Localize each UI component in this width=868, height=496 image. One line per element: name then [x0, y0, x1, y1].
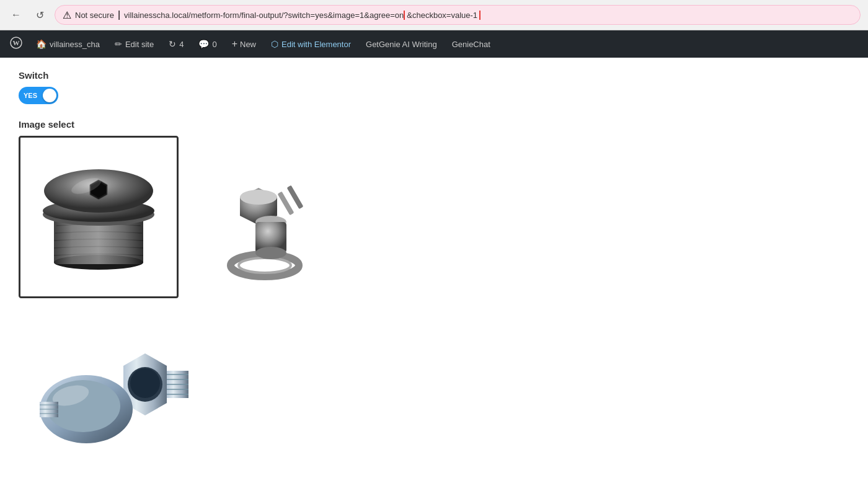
getgenie-label: GetGenie AI Writing: [366, 40, 437, 49]
url-highlight: &checkbox=value-1: [404, 11, 480, 20]
separator: |: [118, 9, 120, 20]
wp-logo[interactable]: W: [5, 33, 27, 56]
geniechat-item[interactable]: GenieChat: [446, 36, 497, 53]
not-secure-text: Not secure: [75, 11, 114, 20]
toggle-container: YES: [19, 87, 539, 104]
getgenie-item[interactable]: GetGenie AI Writing: [360, 36, 443, 53]
new-label: New: [240, 40, 256, 49]
toggle-switch[interactable]: YES: [19, 87, 58, 104]
svg-point-11: [239, 258, 291, 273]
url-base: villainesscha.local/metform-form/final-o…: [124, 11, 404, 20]
page-content: Switch YES Image select: [0, 58, 558, 496]
reload-button[interactable]: ↺: [31, 6, 48, 24]
updates-count: 4: [179, 40, 184, 49]
plus-icon: +: [232, 38, 237, 50]
image-option-3[interactable]: [19, 317, 197, 485]
image-option-1[interactable]: [19, 136, 179, 298]
image-select-container: [19, 136, 539, 485]
warning-icon: ⚠: [63, 9, 71, 21]
comments-icon: 💬: [198, 39, 209, 49]
elementor-icon: ⬡: [271, 39, 278, 49]
svg-point-18: [255, 247, 286, 259]
browser-toolbar: ← ↺ ⚠ Not secure | villainesscha.local/m…: [0, 0, 868, 30]
site-name-item[interactable]: 🏠 villainess_cha: [30, 35, 106, 53]
back-button[interactable]: ←: [7, 6, 25, 24]
switch-label: Switch: [19, 70, 539, 81]
site-name-label: villainess_cha: [50, 40, 100, 49]
new-item[interactable]: + New: [226, 35, 262, 53]
toggle-knob: [43, 89, 56, 102]
site-icon: 🏠: [36, 39, 46, 49]
comments-item[interactable]: 💬 0: [192, 35, 223, 53]
image-select-section: Image select: [19, 119, 539, 485]
comments-count: 0: [212, 40, 216, 49]
updates-item[interactable]: ↻ 4: [162, 35, 190, 53]
svg-point-15: [240, 190, 277, 205]
toggle-yes-label: YES: [24, 92, 37, 99]
geniechat-label: GenieChat: [452, 40, 490, 49]
svg-text:W: W: [13, 39, 20, 46]
edit-site-label: Edit site: [125, 40, 154, 49]
edit-elementor-item[interactable]: ⬡ Edit with Elementor: [265, 35, 357, 53]
edit-site-item[interactable]: ✏ Edit site: [108, 35, 160, 53]
edit-elementor-label: Edit with Elementor: [281, 40, 351, 49]
image-select-label: Image select: [19, 119, 539, 130]
edit-site-icon: ✏: [115, 39, 122, 49]
url-text: villainesscha.local/metform-form/final-o…: [124, 11, 852, 20]
address-bar[interactable]: ⚠ Not secure | villainesscha.local/metfo…: [55, 5, 861, 25]
switch-section: Switch YES: [19, 70, 539, 104]
browser-chrome: ← ↺ ⚠ Not secure | villainesscha.local/m…: [0, 0, 868, 30]
updates-icon: ↻: [169, 39, 176, 49]
image-option-2[interactable]: [197, 136, 345, 298]
svg-point-21: [130, 368, 160, 398]
wp-admin-bar: W 🏠 villainess_cha ✏ Edit site ↻ 4 💬 0 +…: [0, 30, 868, 58]
